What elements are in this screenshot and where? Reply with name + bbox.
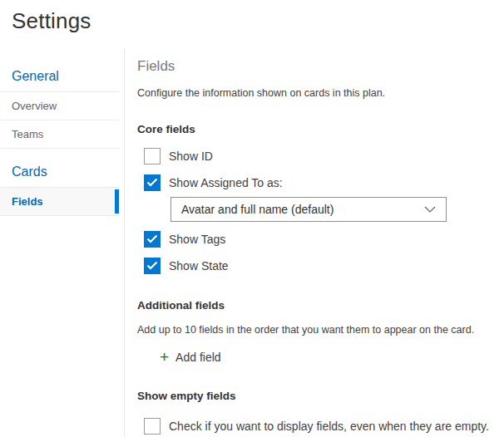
show-tags-row[interactable]: Show Tags <box>144 231 489 248</box>
show-state-row[interactable]: Show State <box>144 258 489 274</box>
sidebar-item-teams[interactable]: Teams <box>0 120 119 149</box>
sidebar-group-general: General Overview Teams <box>0 65 119 149</box>
sidebar-item-overview[interactable]: Overview <box>0 92 119 120</box>
show-empty-fields-checkbox[interactable] <box>144 418 161 435</box>
checkmark-icon <box>146 234 158 243</box>
show-assigned-to-checkbox[interactable] <box>144 174 161 191</box>
pane-title: Fields <box>137 58 489 75</box>
add-field-button[interactable]: + Add field <box>160 351 489 364</box>
additional-fields-heading: Additional fields <box>137 299 489 312</box>
show-id-row[interactable]: Show ID <box>144 148 489 164</box>
checkmark-icon <box>146 178 158 187</box>
settings-header: Settings <box>0 0 504 48</box>
show-empty-fields-heading: Show empty fields <box>137 390 489 402</box>
show-assigned-to-row[interactable]: Show Assigned To as: <box>144 174 489 191</box>
show-assigned-to-label: Show Assigned To as: <box>169 176 283 189</box>
show-id-label: Show ID <box>169 150 213 163</box>
pane-description: Configure the information shown on cards… <box>137 87 489 101</box>
show-state-checkbox[interactable] <box>144 258 161 274</box>
add-field-label: Add field <box>175 351 220 364</box>
fields-settings-pane: Fields Configure the information shown o… <box>125 48 504 437</box>
show-tags-checkbox[interactable] <box>144 231 161 248</box>
settings-sidebar: General Overview Teams Cards Fields <box>0 48 125 437</box>
chevron-down-icon <box>424 206 436 213</box>
checkmark-icon <box>146 261 158 270</box>
show-empty-fields-row[interactable]: Check if you want to display fields, eve… <box>144 418 489 435</box>
sidebar-heading-cards[interactable]: Cards <box>0 160 119 188</box>
plus-icon: + <box>160 351 169 364</box>
assigned-to-display-dropdown[interactable]: Avatar and full name (default) <box>170 197 447 222</box>
settings-dialog-body: General Overview Teams Cards Fields Fiel… <box>0 48 504 437</box>
sidebar-item-fields[interactable]: Fields <box>0 188 119 216</box>
sidebar-group-cards: Cards Fields <box>0 160 119 216</box>
show-tags-label: Show Tags <box>169 233 225 246</box>
show-empty-fields-label: Check if you want to display fields, eve… <box>169 420 489 433</box>
page-title: Settings <box>12 8 492 34</box>
show-id-checkbox[interactable] <box>144 148 161 164</box>
additional-fields-description: Add up to 10 fields in the order that yo… <box>137 324 489 337</box>
show-state-label: Show State <box>169 259 229 273</box>
core-fields-heading: Core fields <box>137 123 489 135</box>
dropdown-selected-value: Avatar and full name (default) <box>181 203 424 216</box>
sidebar-heading-general[interactable]: General <box>0 65 119 92</box>
